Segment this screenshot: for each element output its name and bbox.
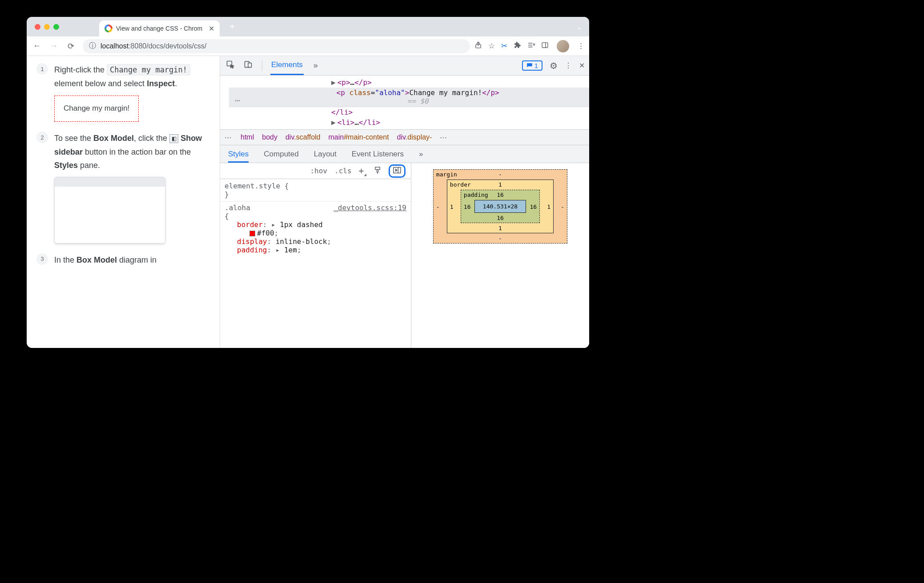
box-model-diagram[interactable]: margin - - - - border 1 1 1 1 padding	[411, 163, 589, 348]
chrome-menu-icon[interactable]: ⋮	[577, 41, 585, 51]
breadcrumb-overflow-right-icon[interactable]: ⋯	[440, 133, 448, 142]
profile-avatar[interactable]	[557, 40, 569, 52]
forward-button[interactable]: →	[46, 39, 61, 54]
inspect-element-icon[interactable]	[225, 60, 236, 71]
reading-list-icon[interactable]	[527, 41, 535, 51]
selected-dom-node[interactable]: ⋯ <p class="aloha">Change my margin!</p>…	[229, 88, 589, 107]
window-traffic-lights	[35, 24, 59, 30]
paint-brush-icon[interactable]	[374, 166, 382, 176]
dom-tree[interactable]: ▶<p>…</p> ⋯ <p class="aloha">Change my m…	[220, 76, 589, 129]
svg-rect-5	[248, 63, 252, 68]
side-panel-icon[interactable]	[541, 41, 549, 51]
device-toolbar-icon[interactable]	[242, 60, 254, 71]
dom-node-actions-icon[interactable]: ⋯	[229, 95, 247, 106]
class-toggle[interactable]: .cls	[334, 167, 352, 175]
tab-elements[interactable]: Elements	[270, 56, 304, 75]
bookmark-star-icon[interactable]: ☆	[488, 41, 495, 51]
minimize-window-button[interactable]	[44, 24, 50, 30]
subtab-styles[interactable]: Styles	[228, 150, 249, 163]
hover-toggle[interactable]: :hov	[310, 167, 327, 175]
address-toolbar: ← → ⟳ ⓘ localhost:8080/docs/devtools/css…	[27, 36, 589, 56]
source-link[interactable]: _devtools.scss:19	[333, 204, 406, 212]
tab-bar: View and change CSS - Chrom ✕ + ⌄	[27, 17, 589, 36]
color-swatch[interactable]	[249, 231, 255, 236]
step-text: To see the Box Model, click the ◧ Show s…	[54, 132, 210, 244]
step-text: Right-click the Change my margin! elemen…	[54, 63, 210, 122]
browser-tab[interactable]: View and change CSS - Chrom ✕	[99, 20, 220, 36]
devtools-tab-bar: Elements » 1 ⚙ ⋮ ✕	[220, 56, 589, 76]
share-icon[interactable]	[474, 41, 482, 51]
breadcrumb-overflow-left-icon[interactable]: ⋯	[225, 133, 233, 142]
reload-button[interactable]: ⟳	[63, 39, 78, 54]
maximize-window-button[interactable]	[53, 24, 59, 30]
issues-button[interactable]: 1	[522, 60, 542, 71]
subtab-event-listeners[interactable]: Event Listeners	[352, 150, 404, 159]
step-number: 2	[36, 132, 48, 143]
more-subtabs-icon[interactable]: »	[419, 150, 423, 159]
show-sidebar-inline-icon: ◧	[169, 134, 178, 143]
close-window-button[interactable]	[35, 24, 40, 30]
subtab-layout[interactable]: Layout	[314, 150, 337, 159]
extensions-icon[interactable]	[514, 41, 521, 51]
breadcrumb-item[interactable]: html	[241, 133, 254, 141]
new-style-rule-icon[interactable]: +◢	[359, 165, 366, 177]
new-tab-button[interactable]: +	[226, 20, 238, 33]
breadcrumb-item[interactable]: body	[262, 133, 277, 141]
tab-title: View and change CSS - Chrom	[116, 25, 202, 32]
close-tab-icon[interactable]: ✕	[209, 24, 214, 33]
styles-subtabs: Styles Computed Layout Event Listeners »	[220, 145, 589, 163]
scissors-icon[interactable]: ✂	[501, 41, 507, 51]
box-model-content[interactable]: 140.531×28	[474, 200, 526, 213]
subtab-computed[interactable]: Computed	[264, 150, 298, 159]
styles-actionbar: :hov .cls +◢	[220, 163, 411, 179]
tabs-dropdown-icon[interactable]: ⌄	[576, 23, 582, 31]
breadcrumb-item[interactable]: div.display-	[397, 133, 432, 141]
step-number: 1	[36, 63, 48, 75]
page-content: 1 Right-click the Change my margin! elem…	[27, 56, 220, 348]
step-text: In the Box Model diagram in	[54, 253, 157, 267]
dom-breadcrumb[interactable]: ⋯ html body div.scaffold main#main-conte…	[220, 129, 589, 145]
step-number: 3	[36, 253, 48, 265]
styles-pane[interactable]: element.style { } .aloha_devtools.scss:1…	[220, 179, 411, 257]
site-info-icon[interactable]: ⓘ	[89, 41, 96, 51]
chrome-favicon	[104, 24, 112, 32]
demo-element[interactable]: Change my margin!	[54, 96, 139, 122]
address-input[interactable]: ⓘ localhost:8080/docs/devtools/css/	[83, 39, 470, 53]
devtools-panel: Elements » 1 ⚙ ⋮ ✕ ▶<p>…</p> ⋯ <p class=…	[220, 56, 589, 348]
more-tabs-icon[interactable]: »	[310, 61, 321, 70]
screenshot-thumbnail	[54, 177, 165, 244]
back-button[interactable]: ←	[29, 39, 44, 54]
close-devtools-icon[interactable]: ✕	[579, 61, 585, 70]
show-sidebar-button[interactable]	[389, 164, 406, 178]
settings-gear-icon[interactable]: ⚙	[550, 60, 558, 71]
breadcrumb-item[interactable]: main#main-content	[329, 133, 389, 141]
svg-rect-1	[542, 42, 548, 47]
devtools-menu-icon[interactable]: ⋮	[565, 61, 572, 70]
breadcrumb-item[interactable]: div.scaffold	[285, 133, 321, 141]
